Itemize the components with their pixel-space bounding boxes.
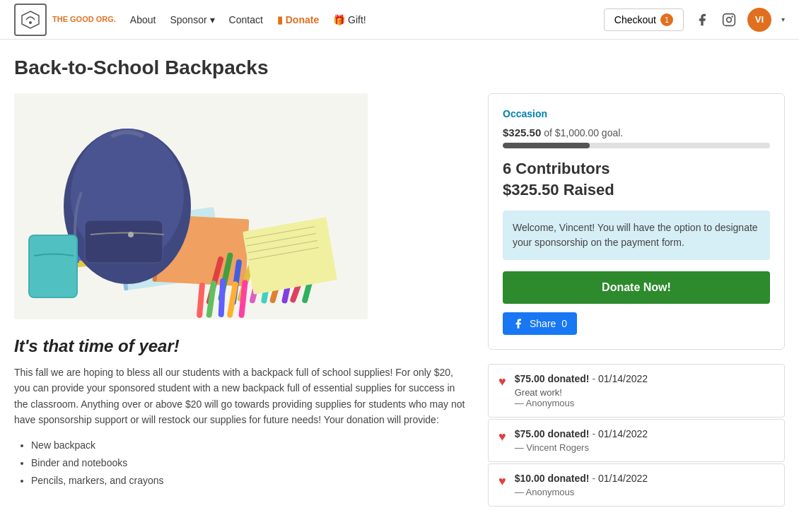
article-bullets: New backpack Binder and notebooks Pencil… bbox=[31, 437, 471, 490]
occasion-label: Occasion bbox=[503, 108, 770, 119]
article-subtitle: It's that time of year! bbox=[14, 336, 471, 356]
goal-amount-text: of $1,000.00 goal. bbox=[544, 127, 623, 138]
bullet-item: Binder and notebooks bbox=[31, 454, 471, 472]
navbar: THE GOOD ORG. About Sponsor ▾ Contact ▮ … bbox=[0, 0, 799, 40]
nav-sponsor[interactable]: Sponsor ▾ bbox=[170, 14, 214, 25]
svg-rect-1 bbox=[723, 13, 735, 25]
svg-point-22 bbox=[128, 232, 134, 237]
svg-rect-24 bbox=[30, 236, 76, 297]
backpack-image bbox=[14, 93, 368, 319]
raised-label: $325.50 Raised bbox=[503, 181, 770, 199]
main-content: Back-to-School Backpacks bbox=[0, 40, 799, 524]
gift-icon: 🎁 bbox=[333, 14, 345, 25]
donation-list: ♥ $75.00 donated! - 01/14/2022 Great wor… bbox=[488, 364, 785, 507]
checkout-label: Checkout bbox=[614, 14, 656, 25]
two-column-layout: It's that time of year! This fall we are… bbox=[14, 93, 785, 507]
svg-point-2 bbox=[727, 17, 732, 22]
nav-links: About Sponsor ▾ Contact ▮ Donate 🎁 Gift! bbox=[130, 14, 604, 25]
donation-date-3: - bbox=[592, 473, 598, 484]
donation-item-3: ♥ $10.00 donated! - 01/14/2022 — Anonymo… bbox=[488, 463, 785, 507]
raised-amount-text: $325.50 bbox=[503, 126, 541, 138]
contributors-count: 6 Contributors bbox=[503, 160, 770, 178]
welcome-message: Welcome, Vincent! You will have the opti… bbox=[503, 211, 770, 260]
logo-icon bbox=[14, 4, 47, 36]
donation-info-1: $75.00 donated! - 01/14/2022 Great work!… bbox=[515, 373, 774, 408]
bullet-item: New backpack bbox=[31, 437, 471, 454]
donation-message-1: Great work! bbox=[515, 387, 774, 398]
nav-gift[interactable]: 🎁 Gift! bbox=[333, 14, 366, 25]
heart-icon: ♥ bbox=[498, 374, 506, 389]
progress-bar-fill bbox=[503, 143, 590, 148]
share-count: 0 bbox=[561, 318, 567, 329]
svg-rect-21 bbox=[85, 220, 163, 263]
nav-about[interactable]: About bbox=[130, 14, 156, 25]
donation-item-2: ♥ $75.00 donated! - 01/14/2022 — Vincent… bbox=[488, 419, 785, 462]
chevron-down-icon: ▾ bbox=[210, 14, 215, 25]
progress-bar bbox=[503, 143, 770, 148]
donation-info-3: $10.00 donated! - 01/14/2022 — Anonymous bbox=[515, 473, 774, 497]
donation-date-2: - bbox=[592, 428, 598, 439]
svg-point-3 bbox=[732, 16, 733, 17]
logo-area[interactable]: THE GOOD ORG. bbox=[14, 4, 116, 36]
share-label: Share bbox=[530, 318, 556, 329]
nav-right: Checkout 1 VI ▾ bbox=[604, 8, 785, 32]
article-description: This fall we are hoping to bless all our… bbox=[14, 365, 471, 428]
donation-donor-3: — Anonymous bbox=[515, 487, 774, 497]
goal-text: $325.50 of $1,000.00 goal. bbox=[503, 126, 770, 138]
avatar[interactable]: VI bbox=[747, 8, 771, 32]
donation-date-1: - bbox=[592, 373, 598, 384]
page-title: Back-to-School Backpacks bbox=[14, 57, 785, 79]
nav-contact[interactable]: Contact bbox=[229, 14, 263, 25]
checkout-badge: 1 bbox=[660, 13, 673, 26]
donation-amount-1: $75.00 donated! - 01/14/2022 bbox=[515, 373, 774, 384]
donation-panel: Occasion $325.50 of $1,000.00 goal. 6 Co… bbox=[488, 93, 785, 350]
donation-amount-2: $75.00 donated! - 01/14/2022 bbox=[515, 428, 774, 439]
donation-info-2: $75.00 donated! - 01/14/2022 — Vincent R… bbox=[515, 428, 774, 453]
bullet-item: Pencils, markers, and crayons bbox=[31, 472, 471, 490]
donation-amount-3: $10.00 donated! - 01/14/2022 bbox=[515, 473, 774, 484]
nav-donate[interactable]: ▮ Donate bbox=[277, 14, 319, 25]
donate-now-button[interactable]: Donate Now! bbox=[503, 271, 770, 304]
donation-item-1: ♥ $75.00 donated! - 01/14/2022 Great wor… bbox=[488, 364, 785, 418]
donation-donor-1: — Anonymous bbox=[515, 398, 774, 408]
donation-donor-2: — Vincent Rogers bbox=[515, 442, 774, 453]
credit-card-icon: ▮ bbox=[277, 14, 283, 25]
svg-point-0 bbox=[29, 21, 32, 24]
facebook-icon[interactable] bbox=[694, 11, 711, 28]
heart-icon: ♥ bbox=[498, 474, 506, 489]
right-column: Occasion $325.50 of $1,000.00 goal. 6 Co… bbox=[488, 93, 785, 507]
fb-icon bbox=[513, 318, 524, 329]
avatar-dropdown-arrow[interactable]: ▾ bbox=[781, 16, 785, 23]
org-name-label: THE GOOD ORG. bbox=[52, 15, 116, 24]
facebook-share-button[interactable]: Share 0 bbox=[503, 312, 577, 335]
instagram-icon[interactable] bbox=[721, 11, 737, 28]
left-column: It's that time of year! This fall we are… bbox=[14, 93, 471, 507]
checkout-button[interactable]: Checkout 1 bbox=[604, 8, 684, 31]
heart-icon: ♥ bbox=[498, 430, 506, 444]
